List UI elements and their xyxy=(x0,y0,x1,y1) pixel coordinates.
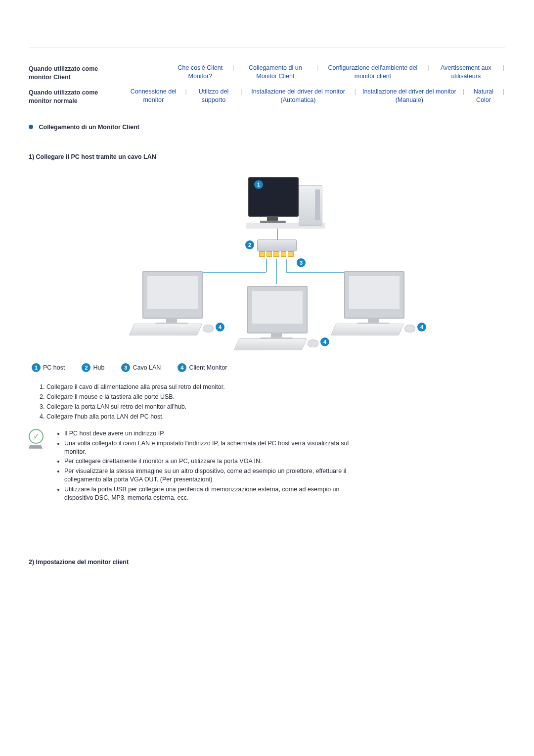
legend-badge-4: 4 xyxy=(178,363,186,372)
nav-separator: | xyxy=(231,63,235,73)
subtitle-1: 1) Collegare il PC host tramite un cavo … xyxy=(29,153,505,161)
nav-separator: | xyxy=(354,87,357,97)
legend-label-3: Cavo LAN xyxy=(133,364,161,371)
legend-label-1: PC host xyxy=(43,364,65,371)
list-item: Collegare la porta LAN sul retro del mon… xyxy=(46,403,505,411)
nav-label-normal: Quando utilizzato come monitor normale xyxy=(29,87,119,105)
list-item: Una volta collegato il cavo LAN e impost… xyxy=(64,439,351,456)
list-item: Collegare il cavo di alimentazione alla … xyxy=(46,383,505,391)
check-note-icon: ✓ xyxy=(29,428,45,449)
callout-4-icon: 4 xyxy=(216,323,224,331)
nav-link-connecting[interactable]: Collegamento di un Monitor Client xyxy=(235,63,315,82)
steps-list: Collegare il cavo di alimentazione alla … xyxy=(29,383,505,421)
list-item: Collegare l'hub alla porta LAN del PC ho… xyxy=(46,413,505,421)
subtitle-2: 2) Impostazione del monitor client xyxy=(29,558,505,567)
legend-badge-1: 1 xyxy=(32,363,41,372)
nav-row-normal: Quando utilizzato come monitor normale C… xyxy=(29,87,505,105)
nav-link-driver-auto[interactable]: Installazione del driver del monitor (Au… xyxy=(243,87,353,105)
nav-link-natural-color[interactable]: Natural Color xyxy=(465,87,502,105)
nav-row-client: Quando utilizzato come monitor Client Ch… xyxy=(29,63,505,82)
legend-label-4: Client Monitor xyxy=(189,364,227,371)
legend-label-2: Hub xyxy=(93,364,104,371)
nav-separator: | xyxy=(502,63,505,73)
callout-4-icon: 4 xyxy=(417,323,426,331)
nav-separator: | xyxy=(427,63,430,73)
list-item: Il PC host deve avere un indirizzo IP. xyxy=(64,429,351,438)
header-spacer xyxy=(29,0,505,48)
diagram-legend: 1PC host 2Hub 3Cavo LAN 4Client Monitor xyxy=(32,363,505,372)
nav-link-what-is[interactable]: Che cos'è Client Monitor? xyxy=(169,63,231,82)
nav-separator: | xyxy=(239,87,243,97)
note-block: ✓ Il PC host deve avere un indirizzo IP.… xyxy=(29,428,505,504)
legend-badge-3: 3 xyxy=(121,363,130,372)
callout-4-icon: 4 xyxy=(320,337,329,346)
nav-separator: | xyxy=(184,87,188,97)
nav-link-env-config[interactable]: Configurazione dell'ambiente del monitor… xyxy=(319,63,426,82)
list-item: Utilizzare la porta USB per collegare un… xyxy=(64,485,351,502)
nav-separator: | xyxy=(462,87,465,97)
legend-badge-2: 2 xyxy=(82,363,90,372)
list-item: Collegare il mouse e la tastiera alle po… xyxy=(46,393,505,401)
nav-link-monitor-conn[interactable]: Connessione del monitor xyxy=(123,87,184,105)
nav-separator: | xyxy=(502,87,505,97)
bullet-icon xyxy=(29,125,33,129)
callout-3-icon: 3 xyxy=(297,258,306,267)
nav-link-stand[interactable]: Utilizzo del supporto xyxy=(188,87,239,105)
nav-link-warning[interactable]: Avertissement aux utilisateurs xyxy=(430,63,502,82)
nav-separator: | xyxy=(315,63,319,73)
callout-2-icon: 2 xyxy=(245,240,254,249)
nav-link-driver-manual[interactable]: Installazione del driver del monitor (Ma… xyxy=(357,87,462,105)
list-item: Per collegare direttamente il monitor a … xyxy=(64,457,351,466)
section-title: Collegamento di un Monitor Client xyxy=(39,124,139,131)
connection-diagram: 1 2 3 xyxy=(109,174,425,357)
nav-label-client: Quando utilizzato come monitor Client xyxy=(29,63,119,82)
list-item: Per visualizzare la stessa immagine su u… xyxy=(64,467,351,484)
